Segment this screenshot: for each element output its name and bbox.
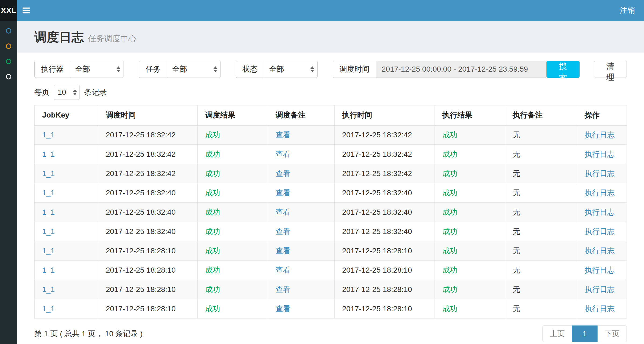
exec-log-link[interactable]: 执行日志 (585, 131, 615, 139)
sched-result-cell: 成功 (198, 164, 268, 183)
exec-time-cell: 2017-12-25 18:28:10 (335, 261, 435, 280)
next-page-button[interactable]: 下页 (597, 325, 627, 342)
action-cell: 执行日志 (577, 203, 627, 222)
exec-log-link[interactable]: 执行日志 (585, 208, 615, 216)
view-remark-link[interactable]: 查看 (276, 266, 291, 274)
exec-result-cell: 成功 (435, 203, 505, 222)
executor-select[interactable]: 全部 (70, 61, 124, 78)
column-header[interactable]: JobKey (35, 105, 98, 125)
jobkey-link[interactable]: 1_1 (42, 150, 55, 158)
jobkey-link[interactable]: 1_1 (42, 131, 55, 139)
sched-remark-cell: 查看 (268, 222, 335, 241)
exec-remark-cell: 无 (505, 280, 577, 299)
view-remark-link[interactable]: 查看 (276, 150, 291, 158)
jobkey-cell: 1_1 (35, 203, 98, 222)
exec-log-link[interactable]: 执行日志 (585, 150, 615, 158)
column-header[interactable]: 调度备注 (268, 105, 335, 125)
exec-time-cell: 2017-12-25 18:32:42 (335, 164, 435, 183)
jobkey-cell: 1_1 (35, 241, 98, 261)
column-header[interactable]: 执行备注 (505, 105, 577, 125)
sched-time-cell: 2017-12-25 18:28:10 (98, 261, 198, 280)
jobkey-link[interactable]: 1_1 (42, 189, 55, 197)
exec-result-cell: 成功 (435, 280, 505, 299)
view-remark-link[interactable]: 查看 (276, 305, 291, 313)
current-page-button[interactable]: 1 (572, 325, 598, 342)
sched-time-cell: 2017-12-25 18:28:10 (98, 280, 198, 299)
exec-log-link[interactable]: 执行日志 (585, 285, 615, 294)
time-range-input[interactable] (376, 61, 547, 78)
jobkey-link[interactable]: 1_1 (42, 208, 55, 216)
view-remark-link[interactable]: 查看 (276, 189, 291, 197)
page-size-suffix: 条记录 (84, 87, 107, 97)
view-remark-link[interactable]: 查看 (276, 131, 291, 139)
column-header[interactable]: 调度结果 (198, 105, 268, 125)
content-box: 执行器 全部 任务 全部 状态 全部 (17, 53, 644, 344)
exec-remark-cell: 无 (505, 183, 577, 203)
exec-log-link[interactable]: 执行日志 (585, 266, 615, 274)
exec-result-cell: 成功 (435, 299, 505, 319)
view-remark-link[interactable]: 查看 (276, 227, 291, 236)
circle-outline-icon (6, 43, 11, 49)
exec-log-link[interactable]: 执行日志 (585, 227, 615, 236)
jobkey-link[interactable]: 1_1 (42, 247, 55, 255)
main-content: 调度日志 任务调度中心 执行器 全部 任务 全部 状态 (17, 0, 644, 344)
jobkey-link[interactable]: 1_1 (42, 285, 55, 294)
sidebar-item-1[interactable] (0, 23, 17, 38)
page-subtitle: 任务调度中心 (88, 33, 136, 44)
jobkey-cell: 1_1 (35, 299, 98, 319)
sidebar-item-4[interactable] (0, 69, 17, 84)
column-header[interactable]: 操作 (577, 105, 627, 125)
top-navbar: XXL 注销 (0, 0, 644, 21)
sidebar-toggle-icon[interactable] (17, 0, 35, 21)
exec-result-cell: 成功 (435, 241, 505, 261)
search-button[interactable]: 搜索 (547, 61, 580, 78)
logo[interactable]: XXL (0, 0, 17, 21)
status-filter: 状态 全部 (236, 61, 318, 78)
exec-time-cell: 2017-12-25 18:28:10 (335, 241, 435, 261)
jobkey-link[interactable]: 1_1 (42, 266, 55, 274)
view-remark-link[interactable]: 查看 (276, 169, 291, 178)
exec-log-link[interactable]: 执行日志 (585, 169, 615, 178)
exec-log-link[interactable]: 执行日志 (585, 305, 615, 313)
jobkey-link[interactable]: 1_1 (42, 169, 55, 178)
sched-result-cell: 成功 (198, 280, 268, 299)
jobkey-link[interactable]: 1_1 (42, 305, 55, 313)
column-header[interactable]: 调度时间 (98, 105, 198, 125)
column-header[interactable]: 执行时间 (335, 105, 435, 125)
content-header: 调度日志 任务调度中心 (17, 21, 644, 53)
sched-result-cell: 成功 (198, 145, 268, 164)
view-remark-link[interactable]: 查看 (276, 247, 291, 255)
column-header[interactable]: 执行结果 (435, 105, 505, 125)
logout-link[interactable]: 注销 (611, 0, 644, 21)
prev-page-button[interactable]: 上页 (542, 325, 572, 342)
sched-time-cell: 2017-12-25 18:32:40 (98, 183, 198, 203)
exec-log-link[interactable]: 执行日志 (585, 189, 615, 197)
sched-remark-cell: 查看 (268, 261, 335, 280)
exec-result-cell: 成功 (435, 164, 505, 183)
jobkey-cell: 1_1 (35, 145, 98, 164)
sched-result-cell: 成功 (198, 299, 268, 319)
jobkey-link[interactable]: 1_1 (42, 227, 55, 236)
view-remark-link[interactable]: 查看 (276, 285, 291, 294)
view-remark-link[interactable]: 查看 (276, 208, 291, 216)
status-select[interactable]: 全部 (264, 61, 318, 78)
action-cell: 执行日志 (577, 261, 627, 280)
table-row: 1_1 2017-12-25 18:32:42 成功 查看 2017-12-25… (35, 125, 627, 145)
select-stepper-icon (310, 66, 314, 72)
table-row: 1_1 2017-12-25 18:28:10 成功 查看 2017-12-25… (35, 299, 627, 319)
table-header-row: JobKey 调度时间 调度结果 调度备注 执行时间 执行结果 执行备注 操作 (35, 105, 627, 125)
sidebar-item-2[interactable] (0, 38, 17, 54)
page-size-select[interactable]: 10 (54, 85, 80, 100)
sched-time-cell: 2017-12-25 18:32:40 (98, 203, 198, 222)
sched-remark-cell: 查看 (268, 203, 335, 222)
exec-remark-cell: 无 (505, 261, 577, 280)
action-cell: 执行日志 (577, 125, 627, 145)
action-cell: 执行日志 (577, 280, 627, 299)
job-select[interactable]: 全部 (167, 61, 221, 78)
sidebar-item-3[interactable] (0, 54, 17, 69)
pagination-info: 第 1 页 ( 总共 1 页， 10 条记录 ) (34, 329, 143, 339)
selected-value: 10 (58, 88, 66, 97)
clear-button[interactable]: 清理 (594, 61, 627, 78)
exec-log-link[interactable]: 执行日志 (585, 247, 615, 255)
job-filter-label: 任务 (139, 61, 167, 78)
